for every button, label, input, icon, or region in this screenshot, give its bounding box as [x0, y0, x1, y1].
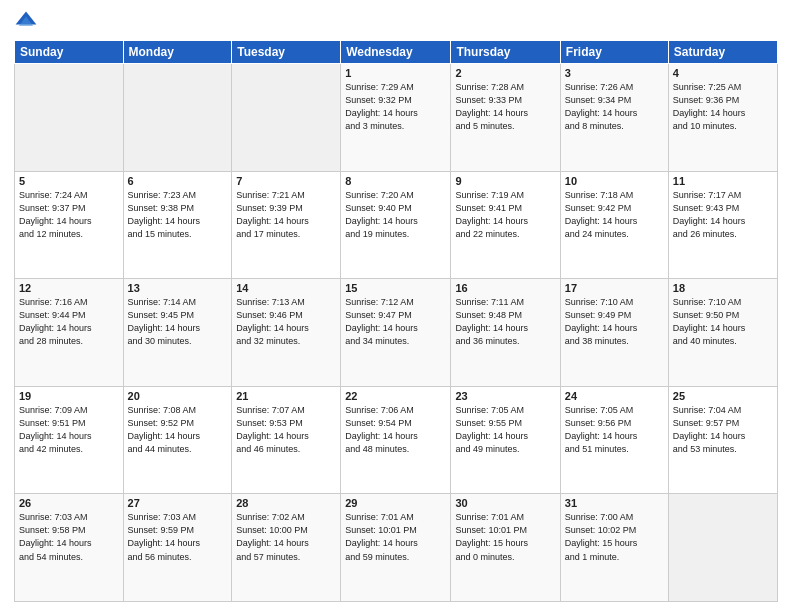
day-number: 16	[455, 282, 555, 294]
day-info: Sunrise: 7:09 AM Sunset: 9:51 PM Dayligh…	[19, 404, 119, 456]
calendar-day-header: Tuesday	[232, 41, 341, 64]
day-info: Sunrise: 7:26 AM Sunset: 9:34 PM Dayligh…	[565, 81, 664, 133]
day-number: 24	[565, 390, 664, 402]
calendar-day-header: Sunday	[15, 41, 124, 64]
day-number: 21	[236, 390, 336, 402]
calendar-day-header: Monday	[123, 41, 232, 64]
day-info: Sunrise: 7:16 AM Sunset: 9:44 PM Dayligh…	[19, 296, 119, 348]
day-info: Sunrise: 7:20 AM Sunset: 9:40 PM Dayligh…	[345, 189, 446, 241]
calendar-cell: 15Sunrise: 7:12 AM Sunset: 9:47 PM Dayli…	[341, 279, 451, 387]
day-number: 18	[673, 282, 773, 294]
day-info: Sunrise: 7:10 AM Sunset: 9:50 PM Dayligh…	[673, 296, 773, 348]
calendar-cell: 4Sunrise: 7:25 AM Sunset: 9:36 PM Daylig…	[668, 64, 777, 172]
calendar-day-header: Friday	[560, 41, 668, 64]
day-number: 14	[236, 282, 336, 294]
day-number: 1	[345, 67, 446, 79]
calendar-cell: 24Sunrise: 7:05 AM Sunset: 9:56 PM Dayli…	[560, 386, 668, 494]
day-number: 25	[673, 390, 773, 402]
calendar-cell: 14Sunrise: 7:13 AM Sunset: 9:46 PM Dayli…	[232, 279, 341, 387]
calendar-cell: 8Sunrise: 7:20 AM Sunset: 9:40 PM Daylig…	[341, 171, 451, 279]
calendar-day-header: Wednesday	[341, 41, 451, 64]
day-number: 11	[673, 175, 773, 187]
header	[14, 10, 778, 34]
day-number: 4	[673, 67, 773, 79]
day-info: Sunrise: 7:19 AM Sunset: 9:41 PM Dayligh…	[455, 189, 555, 241]
calendar-cell: 3Sunrise: 7:26 AM Sunset: 9:34 PM Daylig…	[560, 64, 668, 172]
calendar-cell: 23Sunrise: 7:05 AM Sunset: 9:55 PM Dayli…	[451, 386, 560, 494]
day-info: Sunrise: 7:03 AM Sunset: 9:59 PM Dayligh…	[128, 511, 228, 563]
day-info: Sunrise: 7:12 AM Sunset: 9:47 PM Dayligh…	[345, 296, 446, 348]
day-number: 9	[455, 175, 555, 187]
day-number: 26	[19, 497, 119, 509]
calendar-week-row: 26Sunrise: 7:03 AM Sunset: 9:58 PM Dayli…	[15, 494, 778, 602]
day-info: Sunrise: 7:02 AM Sunset: 10:00 PM Daylig…	[236, 511, 336, 563]
day-info: Sunrise: 7:06 AM Sunset: 9:54 PM Dayligh…	[345, 404, 446, 456]
logo	[14, 10, 42, 34]
calendar-cell: 19Sunrise: 7:09 AM Sunset: 9:51 PM Dayli…	[15, 386, 124, 494]
calendar-cell: 13Sunrise: 7:14 AM Sunset: 9:45 PM Dayli…	[123, 279, 232, 387]
day-number: 7	[236, 175, 336, 187]
day-info: Sunrise: 7:17 AM Sunset: 9:43 PM Dayligh…	[673, 189, 773, 241]
calendar-cell	[232, 64, 341, 172]
page: SundayMondayTuesdayWednesdayThursdayFrid…	[0, 0, 792, 612]
day-number: 2	[455, 67, 555, 79]
calendar-cell: 1Sunrise: 7:29 AM Sunset: 9:32 PM Daylig…	[341, 64, 451, 172]
day-info: Sunrise: 7:29 AM Sunset: 9:32 PM Dayligh…	[345, 81, 446, 133]
calendar-cell	[668, 494, 777, 602]
day-info: Sunrise: 7:28 AM Sunset: 9:33 PM Dayligh…	[455, 81, 555, 133]
day-info: Sunrise: 7:23 AM Sunset: 9:38 PM Dayligh…	[128, 189, 228, 241]
day-info: Sunrise: 7:21 AM Sunset: 9:39 PM Dayligh…	[236, 189, 336, 241]
day-info: Sunrise: 7:04 AM Sunset: 9:57 PM Dayligh…	[673, 404, 773, 456]
calendar-header-row: SundayMondayTuesdayWednesdayThursdayFrid…	[15, 41, 778, 64]
day-number: 6	[128, 175, 228, 187]
day-number: 8	[345, 175, 446, 187]
day-info: Sunrise: 7:07 AM Sunset: 9:53 PM Dayligh…	[236, 404, 336, 456]
day-number: 13	[128, 282, 228, 294]
calendar-week-row: 12Sunrise: 7:16 AM Sunset: 9:44 PM Dayli…	[15, 279, 778, 387]
day-info: Sunrise: 7:01 AM Sunset: 10:01 PM Daylig…	[455, 511, 555, 563]
calendar-cell: 26Sunrise: 7:03 AM Sunset: 9:58 PM Dayli…	[15, 494, 124, 602]
day-info: Sunrise: 7:03 AM Sunset: 9:58 PM Dayligh…	[19, 511, 119, 563]
day-number: 27	[128, 497, 228, 509]
calendar-cell: 9Sunrise: 7:19 AM Sunset: 9:41 PM Daylig…	[451, 171, 560, 279]
calendar: SundayMondayTuesdayWednesdayThursdayFrid…	[14, 40, 778, 602]
day-info: Sunrise: 7:18 AM Sunset: 9:42 PM Dayligh…	[565, 189, 664, 241]
logo-icon	[14, 10, 38, 34]
calendar-cell: 22Sunrise: 7:06 AM Sunset: 9:54 PM Dayli…	[341, 386, 451, 494]
day-info: Sunrise: 7:11 AM Sunset: 9:48 PM Dayligh…	[455, 296, 555, 348]
day-number: 23	[455, 390, 555, 402]
calendar-cell: 21Sunrise: 7:07 AM Sunset: 9:53 PM Dayli…	[232, 386, 341, 494]
calendar-cell	[123, 64, 232, 172]
calendar-cell: 5Sunrise: 7:24 AM Sunset: 9:37 PM Daylig…	[15, 171, 124, 279]
calendar-cell: 30Sunrise: 7:01 AM Sunset: 10:01 PM Dayl…	[451, 494, 560, 602]
calendar-week-row: 19Sunrise: 7:09 AM Sunset: 9:51 PM Dayli…	[15, 386, 778, 494]
day-info: Sunrise: 7:05 AM Sunset: 9:56 PM Dayligh…	[565, 404, 664, 456]
calendar-cell: 6Sunrise: 7:23 AM Sunset: 9:38 PM Daylig…	[123, 171, 232, 279]
day-number: 22	[345, 390, 446, 402]
calendar-cell: 2Sunrise: 7:28 AM Sunset: 9:33 PM Daylig…	[451, 64, 560, 172]
calendar-cell: 17Sunrise: 7:10 AM Sunset: 9:49 PM Dayli…	[560, 279, 668, 387]
calendar-cell: 29Sunrise: 7:01 AM Sunset: 10:01 PM Dayl…	[341, 494, 451, 602]
calendar-cell: 10Sunrise: 7:18 AM Sunset: 9:42 PM Dayli…	[560, 171, 668, 279]
day-info: Sunrise: 7:01 AM Sunset: 10:01 PM Daylig…	[345, 511, 446, 563]
day-number: 3	[565, 67, 664, 79]
day-info: Sunrise: 7:25 AM Sunset: 9:36 PM Dayligh…	[673, 81, 773, 133]
calendar-cell: 7Sunrise: 7:21 AM Sunset: 9:39 PM Daylig…	[232, 171, 341, 279]
day-info: Sunrise: 7:13 AM Sunset: 9:46 PM Dayligh…	[236, 296, 336, 348]
day-number: 31	[565, 497, 664, 509]
calendar-cell: 28Sunrise: 7:02 AM Sunset: 10:00 PM Dayl…	[232, 494, 341, 602]
calendar-cell: 18Sunrise: 7:10 AM Sunset: 9:50 PM Dayli…	[668, 279, 777, 387]
calendar-cell	[15, 64, 124, 172]
day-number: 19	[19, 390, 119, 402]
calendar-week-row: 5Sunrise: 7:24 AM Sunset: 9:37 PM Daylig…	[15, 171, 778, 279]
calendar-cell: 11Sunrise: 7:17 AM Sunset: 9:43 PM Dayli…	[668, 171, 777, 279]
calendar-cell: 20Sunrise: 7:08 AM Sunset: 9:52 PM Dayli…	[123, 386, 232, 494]
day-number: 20	[128, 390, 228, 402]
calendar-cell: 12Sunrise: 7:16 AM Sunset: 9:44 PM Dayli…	[15, 279, 124, 387]
calendar-week-row: 1Sunrise: 7:29 AM Sunset: 9:32 PM Daylig…	[15, 64, 778, 172]
day-info: Sunrise: 7:24 AM Sunset: 9:37 PM Dayligh…	[19, 189, 119, 241]
day-info: Sunrise: 7:10 AM Sunset: 9:49 PM Dayligh…	[565, 296, 664, 348]
day-number: 30	[455, 497, 555, 509]
day-number: 15	[345, 282, 446, 294]
calendar-cell: 27Sunrise: 7:03 AM Sunset: 9:59 PM Dayli…	[123, 494, 232, 602]
